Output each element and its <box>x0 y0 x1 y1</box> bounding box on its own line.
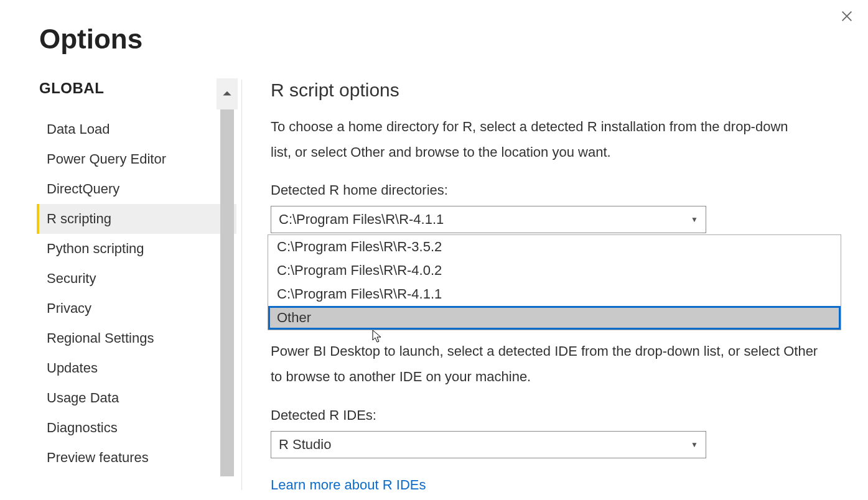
sidebar-item-updates[interactable]: Updates <box>39 353 236 383</box>
sidebar-item-r-scripting[interactable]: R scripting <box>39 204 236 234</box>
scroll-thumb[interactable] <box>220 109 234 476</box>
caret-down-icon: ▼ <box>691 440 698 449</box>
close-icon <box>840 9 854 23</box>
sidebar-item-data-load[interactable]: Data Load <box>39 114 236 144</box>
ide-label: Detected R IDEs: <box>271 407 834 424</box>
section-title: R script options <box>271 80 834 101</box>
ide-description-partial: Power BI Desktop to launch, select a det… <box>271 339 818 389</box>
scroll-up-button[interactable] <box>217 78 238 109</box>
home-option[interactable]: Other <box>268 306 841 330</box>
sidebar: GLOBAL Data LoadPower Query EditorDirect… <box>0 80 236 493</box>
main-panel: R script options To choose a home direct… <box>236 80 834 493</box>
sidebar-item-python-scripting[interactable]: Python scripting <box>39 234 236 264</box>
home-directory-selected: C:\Program Files\R\R-4.1.1 <box>279 211 444 228</box>
sidebar-item-usage-data[interactable]: Usage Data <box>39 383 236 413</box>
sidebar-item-directquery[interactable]: DirectQuery <box>39 174 236 204</box>
sidebar-item-diagnostics[interactable]: Diagnostics <box>39 413 236 443</box>
home-option[interactable]: C:\Program Files\R\R-3.5.2 <box>268 235 841 259</box>
home-option[interactable]: C:\Program Files\R\R-4.1.1 <box>268 282 841 306</box>
sidebar-item-privacy[interactable]: Privacy <box>39 294 236 323</box>
sidebar-item-regional-settings[interactable]: Regional Settings <box>39 323 236 353</box>
ide-dropdown[interactable]: R Studio ▼ <box>271 431 706 458</box>
caret-down-icon: ▼ <box>691 215 698 224</box>
home-directories-label: Detected R home directories: <box>271 182 834 198</box>
section-description: To choose a home directory for R, select… <box>271 114 800 165</box>
sidebar-item-security[interactable]: Security <box>39 264 236 294</box>
home-directory-dropdown-list: C:\Program Files\R\R-3.5.2C:\Program Fil… <box>268 234 841 330</box>
close-button[interactable] <box>838 7 856 25</box>
sidebar-item-preview-features[interactable]: Preview features <box>39 443 236 473</box>
sidebar-section-header: GLOBAL <box>39 80 236 97</box>
chevron-up-icon <box>221 88 233 100</box>
home-directory-dropdown[interactable]: C:\Program Files\R\R-4.1.1 ▼ <box>271 206 706 233</box>
learn-more-link[interactable]: Learn more about R IDEs <box>271 477 426 493</box>
sidebar-item-power-query-editor[interactable]: Power Query Editor <box>39 144 236 174</box>
ide-selected: R Studio <box>279 437 331 453</box>
home-option[interactable]: C:\Program Files\R\R-4.0.2 <box>268 259 841 282</box>
page-title: Options <box>0 0 868 55</box>
sidebar-scrollbar[interactable] <box>217 78 238 476</box>
